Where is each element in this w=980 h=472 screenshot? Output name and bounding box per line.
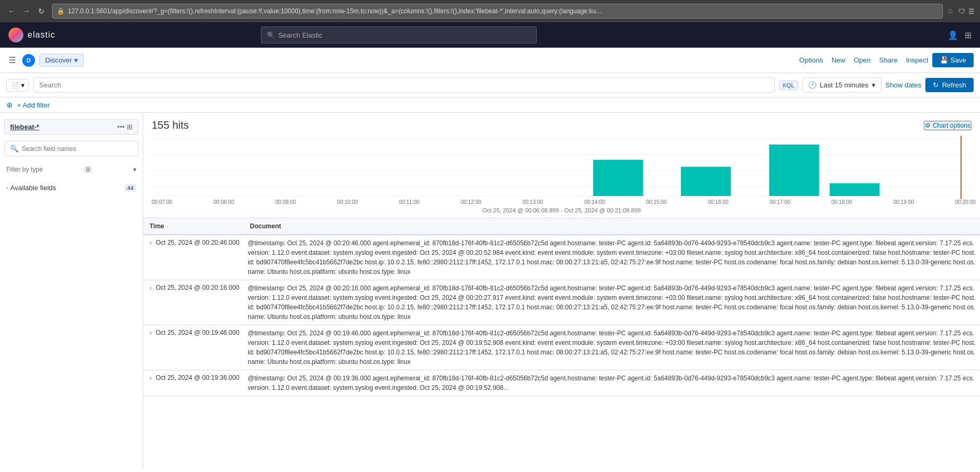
x-label-2: 00:09:00	[275, 199, 296, 205]
user-icon[interactable]: 👤	[948, 30, 958, 40]
content-area: 155 hits ⚙ Chart options	[143, 113, 980, 469]
refresh-button[interactable]: ↻ Refresh	[925, 78, 974, 92]
time-column-label: Time	[150, 222, 164, 230]
x-label-13: 00:20:00	[955, 199, 976, 205]
filter-type-badge: 0	[84, 166, 92, 173]
results-table: Time ↓ Document ›Oct 25, 2024 @ 00:20:46…	[143, 218, 980, 396]
save-button[interactable]: 💾 Save	[932, 53, 974, 67]
time-sort-icon: ↓	[167, 224, 169, 229]
options-link[interactable]: Options	[799, 56, 823, 64]
chart-time-range: Oct 25, 2024 @ 00:06:08.899 - Oct 25, 20…	[143, 205, 980, 218]
table-row: ›Oct 25, 2024 @ 00:20:16.000@timestamp: …	[143, 280, 980, 325]
time-value: Oct 25, 2024 @ 00:19:36.000	[156, 374, 240, 381]
security-icon: 🔒	[57, 7, 65, 15]
row-expand-button[interactable]: ›	[147, 283, 154, 292]
inspect-link[interactable]: Inspect	[906, 56, 928, 64]
global-search-bar[interactable]: 🔍	[261, 26, 537, 43]
sidebar-search-input[interactable]	[22, 145, 133, 153]
open-link[interactable]: Open	[854, 56, 871, 64]
global-search-icon: 🔍	[267, 31, 275, 39]
time-value: Oct 25, 2024 @ 00:19:46.000	[156, 329, 240, 336]
browser-right-icons: 🛡 ☰	[958, 7, 975, 15]
chart-y-labels: 00:07:00 00:08:00 00:09:00 00:10:00 00:1…	[147, 199, 980, 205]
apps-icon[interactable]: ⊞	[965, 30, 972, 40]
show-dates-link[interactable]: Show dates	[886, 81, 922, 89]
elastic-logo-circle	[8, 28, 23, 42]
chart-options-label: Chart options	[933, 122, 970, 129]
time-value: Oct 25, 2024 @ 00:20:46.000	[156, 239, 240, 246]
clock-icon: 🕐	[808, 81, 817, 89]
document-cell: @timestamp: Oct 25, 2024 @ 00:19:36.000 …	[243, 370, 980, 396]
browser-chrome: ← → ↻ 🔒 127.0.0.1:5601/app/discover#/?_g…	[0, 0, 980, 22]
search-input[interactable]	[39, 81, 769, 89]
search-filter-bar: 📄 ▾ KQL 🕐 Last 15 minutes ▾ Show dates ↻…	[0, 73, 980, 97]
menu-icon[interactable]: ☰	[968, 7, 975, 15]
search-type-button[interactable]: 📄 ▾	[6, 79, 29, 92]
refresh-icon: ↻	[933, 81, 939, 89]
svg-rect-6	[681, 167, 731, 196]
kibana-navbar: ☰ D Discover ▾ Options New Open Share In…	[0, 48, 980, 73]
x-label-10: 00:17:00	[769, 199, 790, 205]
x-label-5: 00:12:00	[461, 199, 482, 205]
url-bar[interactable]: 🔒 127.0.0.1:5601/app/discover#/?_g=(filt…	[52, 4, 943, 19]
row-expand-button[interactable]: ›	[147, 328, 154, 337]
chart-x-labels: 00:07:00 00:08:00 00:09:00 00:10:00 00:1…	[147, 199, 980, 205]
elastic-logo-text: elastic	[28, 30, 55, 40]
available-fields-chevron: ›	[6, 185, 8, 191]
time-range-value: Last 15 minutes	[820, 81, 869, 89]
new-link[interactable]: New	[832, 56, 845, 64]
x-label-6: 00:13:00	[522, 199, 543, 205]
time-picker[interactable]: 🕐 Last 15 minutes ▾	[802, 77, 881, 93]
back-button[interactable]: ←	[5, 5, 18, 17]
global-search-input[interactable]	[278, 31, 531, 39]
index-pattern-dots[interactable]: •••	[117, 123, 125, 131]
time-cell: ›Oct 25, 2024 @ 00:19:36.000	[143, 370, 243, 396]
chart-options-button[interactable]: ⚙ Chart options	[924, 121, 972, 130]
browser-nav-buttons: ← → ↻	[5, 5, 48, 17]
x-label-1: 00:08:00	[214, 199, 234, 205]
document-column-header[interactable]: Document	[243, 218, 980, 235]
svg-rect-7	[769, 145, 819, 196]
x-label-4: 00:11:00	[399, 199, 419, 205]
time-column-header[interactable]: Time ↓	[143, 218, 243, 235]
reload-button[interactable]: ↻	[35, 5, 48, 17]
available-fields-row[interactable]: › Available fields 44	[4, 181, 138, 195]
table-header-row: Time ↓ Document	[143, 218, 980, 235]
available-fields-count: 44	[125, 184, 136, 192]
filter-type-row[interactable]: Filter by type 0 ▾	[4, 163, 138, 176]
sidebar-search: 🔍	[4, 141, 138, 156]
x-label-8: 00:15:00	[646, 199, 667, 205]
hamburger-icon[interactable]: ☰	[6, 53, 18, 67]
filter-type-chevron: ▾	[133, 166, 136, 173]
index-pattern-name: filebeat-*	[10, 123, 39, 131]
forward-button[interactable]: →	[20, 5, 33, 17]
bookmark-icon[interactable]: ☆	[947, 7, 954, 15]
index-pattern-selector[interactable]: filebeat-* ••• ⊞	[4, 119, 138, 135]
save-icon: 💾	[940, 56, 948, 64]
add-filter-button[interactable]: + Add filter	[17, 101, 50, 109]
table-row: ›Oct 25, 2024 @ 00:20:46.000@timestamp: …	[143, 235, 980, 280]
row-expand-button[interactable]: ›	[147, 238, 154, 247]
index-pattern-grid[interactable]: ⊞	[127, 123, 133, 131]
shield-icon[interactable]: 🛡	[958, 7, 965, 15]
histogram-chart	[152, 136, 972, 199]
chart-container	[143, 136, 980, 199]
svg-rect-8	[829, 183, 879, 196]
url-text: 127.0.0.1:5601/app/discover#/?_g=(filter…	[68, 7, 601, 15]
discover-avatar: D	[22, 54, 35, 67]
hits-count: 155 hits	[152, 119, 189, 131]
share-link[interactable]: Share	[879, 56, 898, 64]
x-label-7: 00:14:00	[584, 199, 605, 205]
search-input-wrap	[33, 77, 775, 93]
discover-label: Discover	[45, 56, 72, 64]
kql-badge[interactable]: KQL	[779, 81, 798, 90]
x-label-9: 00:16:00	[708, 199, 729, 205]
x-label-0: 00:07:00	[152, 199, 172, 205]
x-label-11: 00:18:00	[832, 199, 852, 205]
table-body: ›Oct 25, 2024 @ 00:20:46.000@timestamp: …	[143, 235, 980, 396]
kibana-nav-links: Options New Open Share Inspect	[799, 56, 928, 64]
document-cell: @timestamp: Oct 25, 2024 @ 00:20:16.000 …	[243, 280, 980, 325]
table-row: ›Oct 25, 2024 @ 00:19:36.000@timestamp: …	[143, 370, 980, 396]
row-expand-button[interactable]: ›	[147, 373, 154, 382]
discover-button[interactable]: Discover ▾	[39, 54, 84, 67]
